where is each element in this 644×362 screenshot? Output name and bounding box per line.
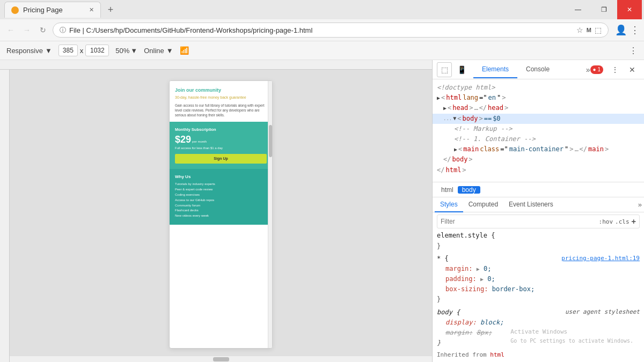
- scrollbar-thumb[interactable]: [269, 125, 272, 157]
- account-icon[interactable]: 👤: [615, 24, 627, 36]
- window-controls: — ❐ ✕: [566, 0, 644, 19]
- devtools-more-btn[interactable]: ⋮: [608, 62, 623, 77]
- per-month: per month: [192, 140, 207, 143]
- dimensions-control: x: [58, 45, 109, 56]
- browser-chrome: Pricing Page ✕ + — ❐ ✕ ← → ↻ ⓘ File | C:…: [0, 0, 644, 60]
- add-style-btn[interactable]: +: [632, 216, 636, 227]
- why-title: Why Us: [175, 174, 267, 179]
- address-protocol: File: [69, 26, 80, 34]
- full-access-note: Full access for less than $1 a day: [175, 146, 267, 150]
- devtools-toolbar: ⬚ 📱 Elements Console » ● 1 ⋮ ✕: [433, 60, 644, 79]
- source-link-star[interactable]: pricing-page-1.html:19: [561, 254, 640, 263]
- more-options-icon[interactable]: ⋮: [630, 24, 640, 36]
- tree-html[interactable]: ▶ <html lang="en" >: [433, 93, 644, 103]
- style-rule-star: * { pricing-page-1.html:19 margin: ▶ 0; …: [437, 254, 640, 305]
- breadcrumb-body[interactable]: body: [458, 186, 480, 194]
- ruler-horizontal: [0, 60, 432, 70]
- tab-close-btn[interactable]: ✕: [89, 6, 94, 13]
- console-tab[interactable]: Console: [517, 61, 558, 78]
- file-icon: ⓘ: [60, 26, 66, 35]
- address-actions: ☆ M ⬚: [576, 26, 602, 34]
- horizontal-scrollbar-thumb[interactable]: [213, 357, 229, 361]
- computed-tab[interactable]: Computed: [463, 197, 503, 212]
- why-items-list: Tutorials by industry expertsPeer & expe…: [175, 182, 267, 218]
- bottom-panel: html body Styles Computed Event Listener…: [433, 182, 644, 362]
- source-link-body: user agent stylesheet: [565, 307, 640, 317]
- why-item: Community forum: [175, 204, 267, 208]
- devtools-panel: ⬚ 📱 Elements Console » ● 1 ⋮ ✕ <!doctype…: [432, 60, 644, 362]
- horizontal-scrollbar[interactable]: [10, 356, 432, 362]
- maximize-button[interactable]: ❐: [591, 0, 616, 19]
- tree-main[interactable]: ▶ <main class="main-container" > … </mai…: [433, 144, 644, 154]
- tab-bar: Pricing Page ✕ + — ❐ ✕: [0, 0, 644, 19]
- description-text: Gain access to our full library of tutor…: [175, 103, 267, 117]
- responsive-dropdown[interactable]: Responsive ▼: [6, 47, 52, 55]
- tree-body[interactable]: ... ▼ <body> == $0: [433, 114, 644, 124]
- why-item: Tutorials by industry experts: [175, 182, 267, 187]
- error-badge: ● 1: [590, 65, 603, 74]
- tree-head[interactable]: ▶ <head> … </head>: [433, 103, 644, 113]
- address-bar-row: ← → ↻ ⓘ File | C:/Users/hp/Documents/Git…: [0, 19, 644, 41]
- why-item: Flashcard decks: [175, 209, 267, 213]
- wifi-icon[interactable]: 📶: [180, 46, 189, 55]
- star-icon[interactable]: ☆: [576, 26, 583, 34]
- filter-row: :hov .cls +: [437, 215, 640, 228]
- main-layout: Join our community 30-day, hassle-free m…: [0, 60, 644, 362]
- style-rule-element: element.style { }: [437, 231, 640, 251]
- browser-tab[interactable]: Pricing Page ✕: [4, 2, 101, 18]
- signup-button[interactable]: Sign Up: [175, 154, 267, 164]
- zoom-arrow: ▼: [130, 47, 137, 55]
- subscription-section: Monthly Subscription $29 per month Full …: [170, 122, 272, 169]
- width-input[interactable]: [58, 45, 78, 56]
- tree-comment-container[interactable]: <!-- 1. Container -->: [433, 134, 644, 144]
- browser-actions: 👤 ⋮: [615, 24, 640, 36]
- height-input[interactable]: [85, 45, 109, 56]
- throttle-arrow: ▼: [166, 47, 173, 55]
- forward-button[interactable]: →: [20, 24, 33, 36]
- inspect-element-btn[interactable]: ⬚: [437, 62, 452, 77]
- page-frame: Join our community 30-day, hassle-free m…: [169, 80, 273, 349]
- hov-filter-btn[interactable]: :hov: [599, 217, 613, 227]
- event-listeners-tab[interactable]: Event Listeners: [503, 197, 559, 212]
- doctype-text: <!doctype html>: [437, 83, 495, 93]
- m-icon[interactable]: M: [587, 27, 591, 33]
- devtools-close-btn[interactable]: ✕: [625, 62, 640, 77]
- html-tree: <!doctype html> ▶ <html lang="en" > ▶ <h…: [433, 79, 644, 182]
- devtools-tabs: Elements Console » ● 1: [471, 60, 605, 79]
- style-tabs: Styles Computed Event Listeners »: [433, 197, 644, 212]
- guarantee-text: 30-day, hassle-free money back guarantee: [175, 95, 267, 100]
- minimize-button[interactable]: —: [566, 0, 590, 19]
- filter-input[interactable]: [441, 218, 596, 225]
- more-style-tabs-btn[interactable]: »: [638, 201, 642, 209]
- toolbar-more-icon[interactable]: ⋮: [629, 46, 638, 56]
- price: $29: [175, 134, 191, 145]
- tree-body-close[interactable]: </body>: [433, 154, 644, 165]
- close-button[interactable]: ✕: [617, 0, 642, 19]
- reload-button[interactable]: ↻: [36, 24, 49, 36]
- cls-filter-btn[interactable]: .cls: [615, 217, 630, 227]
- device-toggle-btn[interactable]: 📱: [454, 62, 469, 77]
- tree-html-close[interactable]: </html>: [433, 165, 644, 175]
- new-tab-button[interactable]: +: [103, 2, 118, 17]
- zoom-dropdown[interactable]: 50% ▼: [115, 47, 137, 55]
- throttle-dropdown[interactable]: Online ▼: [144, 47, 173, 55]
- extension-icon[interactable]: ⬚: [595, 26, 602, 34]
- vertical-scrollbar[interactable]: [268, 81, 272, 348]
- address-bar[interactable]: ⓘ File | C:/Users/hp/Documents/GitHub/Fr…: [53, 23, 609, 38]
- style-rule-body: body { user agent stylesheet display: bl…: [437, 307, 640, 349]
- tree-doctype[interactable]: <!doctype html>: [433, 83, 644, 93]
- tree-comment-markup[interactable]: <!-- Markup -->: [433, 124, 644, 134]
- more-tabs-btn[interactable]: »: [586, 65, 590, 74]
- dims-x: x: [80, 47, 84, 55]
- elements-tab[interactable]: Elements: [473, 61, 517, 78]
- styles-tab[interactable]: Styles: [435, 197, 463, 212]
- inherited-label: Inherited from html: [437, 350, 640, 360]
- breadcrumb-html[interactable]: html: [437, 186, 458, 194]
- address-url: C:/Users/hp/Documents/GitHub/Frontend-Wo…: [86, 26, 313, 34]
- page-frame-container: Join our community 30-day, hassle-free m…: [10, 70, 432, 362]
- join-title: Join our community: [175, 87, 267, 93]
- tab-favicon: [11, 6, 19, 14]
- back-button[interactable]: ←: [4, 24, 17, 36]
- why-item: New videos every week: [175, 214, 267, 218]
- browser-viewport: Join our community 30-day, hassle-free m…: [0, 60, 432, 362]
